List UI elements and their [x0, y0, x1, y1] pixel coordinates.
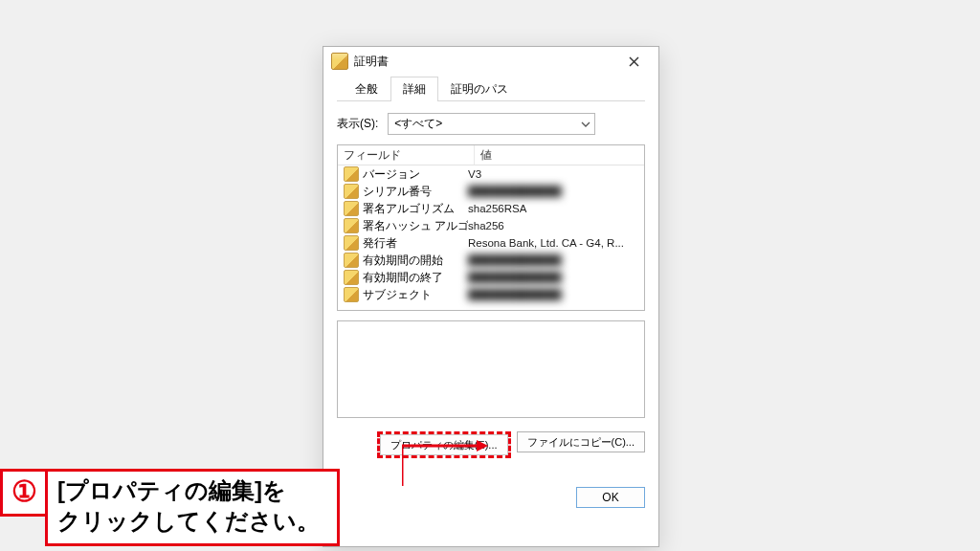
ok-button[interactable]: OK	[576, 487, 645, 508]
chevron-down-icon	[581, 120, 590, 129]
field-name: バージョン	[363, 167, 468, 182]
field-name: サブジェクト	[363, 288, 468, 302]
field-value: ████████████	[468, 272, 644, 283]
tab-certpath[interactable]: 証明のパス	[438, 77, 521, 101]
instruction-callout: ① [プロパティの編集]を クリックしてください。	[0, 469, 340, 546]
button-row: プロパティの編集(E)... ファイルにコピー(C)...	[337, 431, 645, 458]
tab-general[interactable]: 全般	[343, 77, 390, 101]
col-value[interactable]: 値	[475, 145, 644, 165]
table-row[interactable]: シリアル番号████████████	[338, 183, 644, 200]
titlebar[interactable]: 証明書	[323, 47, 658, 76]
table-row[interactable]: バージョンV3	[338, 165, 644, 183]
step-badge: ①	[0, 469, 45, 517]
show-combo[interactable]: <すべて>	[388, 113, 595, 135]
field-icon	[344, 270, 359, 285]
field-name: 有効期間の終了	[363, 271, 468, 285]
table-row[interactable]: 署名ハッシュ アルゴリズムsha256	[338, 217, 644, 234]
field-name: 有効期間の開始	[363, 253, 468, 268]
field-value: V3	[468, 168, 644, 180]
field-icon	[344, 184, 359, 199]
list-rows: バージョンV3シリアル番号████████████署名アルゴリズムsha256R…	[338, 165, 644, 310]
field-icon	[344, 218, 359, 233]
edit-props-highlight: プロパティの編集(E)...	[377, 431, 511, 458]
field-value: ████████████	[468, 186, 644, 197]
field-value: sha256	[468, 220, 644, 231]
close-button[interactable]	[614, 48, 653, 75]
col-field[interactable]: フィールド	[338, 145, 475, 165]
show-combo-value: <すべて>	[394, 116, 442, 132]
field-icon	[344, 235, 359, 251]
field-value: ████████████	[468, 254, 644, 266]
table-row[interactable]: サブジェクト████████████	[338, 286, 644, 303]
list-header: フィールド 値	[338, 145, 644, 165]
tab-details[interactable]: 詳細	[390, 77, 438, 101]
field-name: 署名ハッシュ アルゴリズム	[363, 219, 468, 233]
field-value: sha256RSA	[468, 203, 644, 214]
field-name: 発行者	[363, 236, 468, 251]
copy-to-file-button[interactable]: ファイルにコピー(C)...	[517, 431, 645, 452]
certificate-icon	[331, 53, 348, 70]
field-value: Resona Bank, Ltd. CA - G4, R...	[468, 237, 644, 249]
fields-list[interactable]: フィールド 値 バージョンV3シリアル番号████████████署名アルゴリズ…	[337, 144, 645, 311]
tab-strip: 全般 詳細 証明のパス	[337, 76, 645, 101]
table-row[interactable]: 有効期間の終了████████████	[338, 269, 644, 286]
dialog-body: 表示(S): <すべて> フィールド 値 バージョンV3シリアル番号██████…	[323, 101, 658, 508]
field-value: ████████████	[468, 289, 644, 300]
table-row[interactable]: 有効期間の開始████████████	[338, 252, 644, 269]
show-label: 表示(S):	[337, 116, 378, 132]
field-name: 署名アルゴリズム	[363, 202, 468, 216]
step-text: [プロパティの編集]を クリックしてください。	[45, 469, 340, 546]
close-icon	[629, 56, 639, 67]
detail-panel[interactable]	[337, 320, 645, 418]
edit-properties-button[interactable]: プロパティの編集(E)...	[380, 434, 508, 455]
field-icon	[344, 166, 359, 182]
field-icon	[344, 287, 359, 302]
field-icon	[344, 201, 359, 216]
field-name: シリアル番号	[363, 185, 468, 199]
certificate-dialog: 証明書 全般 詳細 証明のパス 表示(S): <すべて> フィールド 値	[323, 46, 659, 547]
table-row[interactable]: 発行者Resona Bank, Ltd. CA - G4, R...	[338, 234, 644, 252]
field-icon	[344, 253, 359, 268]
dialog-title: 証明書	[354, 54, 614, 70]
table-row[interactable]: 署名アルゴリズムsha256RSA	[338, 200, 644, 217]
